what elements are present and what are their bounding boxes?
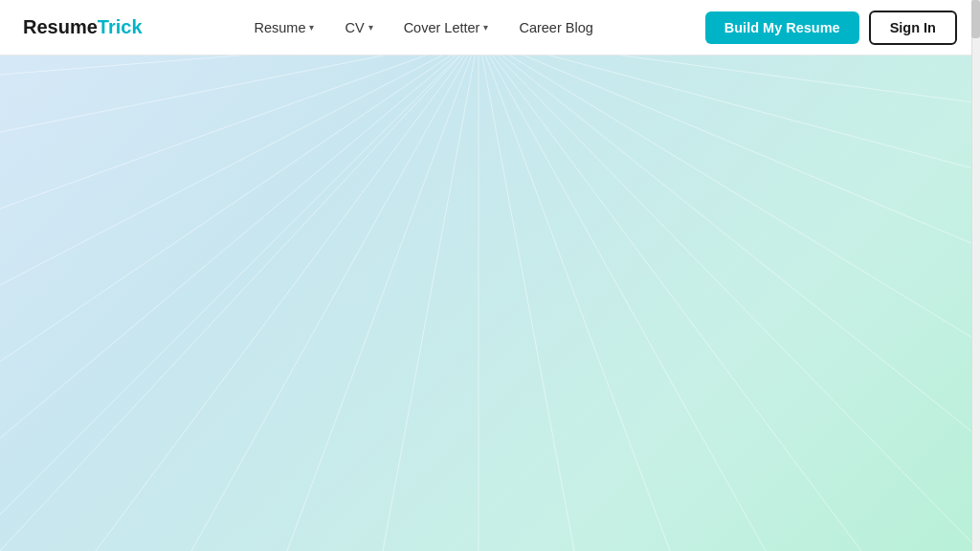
svg-line-7: [96, 55, 479, 551]
scrollbar-thumb[interactable]: [971, 0, 980, 38]
svg-line-9: [287, 55, 479, 551]
svg-line-10: [383, 55, 479, 551]
svg-line-18: [479, 55, 980, 342]
rays-decoration: .ray { stroke: rgba(255,255,255,0.55); s…: [0, 55, 980, 551]
svg-line-15: [479, 55, 861, 551]
nav-item-resume[interactable]: Resume ▾: [242, 12, 325, 43]
nav-item-cover-letter[interactable]: Cover Letter ▾: [392, 12, 501, 43]
svg-line-2: [0, 55, 479, 285]
svg-line-3: [0, 55, 479, 362]
svg-line-8: [191, 55, 479, 551]
build-my-resume-button[interactable]: Build My Resume: [705, 11, 859, 44]
nav-cover-letter-label: Cover Letter: [404, 20, 480, 35]
svg-line-12: [479, 55, 574, 551]
chevron-down-icon: ▾: [483, 22, 488, 33]
svg-line-13: [479, 55, 670, 551]
nav-actions: Build My Resume Sign In: [705, 11, 957, 45]
svg-line-17: [479, 55, 980, 438]
svg-line-19: [479, 55, 980, 247]
svg-line-20: [479, 55, 980, 170]
nav-career-blog-label: Career Blog: [519, 20, 592, 35]
nav-cv-label: CV: [345, 20, 364, 35]
navbar: ResumeTrick Resume ▾ CV ▾ Cover Letter ▾…: [0, 0, 980, 55]
chevron-down-icon: ▾: [368, 22, 373, 33]
nav-resume-label: Resume: [254, 20, 305, 35]
svg-line-4: [0, 55, 479, 438]
svg-line-16: [479, 55, 980, 551]
svg-line-6: [0, 55, 479, 551]
sign-in-button[interactable]: Sign In: [869, 11, 957, 45]
chevron-down-icon: ▾: [309, 22, 314, 33]
logo-trick-text: Trick: [98, 16, 143, 38]
hero-section: .ray { stroke: rgba(255,255,255,0.55); s…: [0, 55, 980, 551]
svg-line-0: [0, 55, 479, 132]
svg-line-14: [479, 55, 766, 551]
nav-item-cv[interactable]: CV ▾: [333, 12, 384, 43]
svg-line-28: [0, 55, 479, 75]
logo-resume-text: Resume: [23, 16, 98, 38]
svg-line-1: [0, 55, 479, 209]
nav-links: Resume ▾ CV ▾ Cover Letter ▾ Career Blog: [242, 12, 604, 43]
nav-item-career-blog[interactable]: Career Blog: [507, 12, 604, 43]
scrollbar[interactable]: [971, 0, 980, 551]
logo[interactable]: ResumeTrick: [23, 16, 143, 38]
svg-line-5: [0, 55, 479, 515]
